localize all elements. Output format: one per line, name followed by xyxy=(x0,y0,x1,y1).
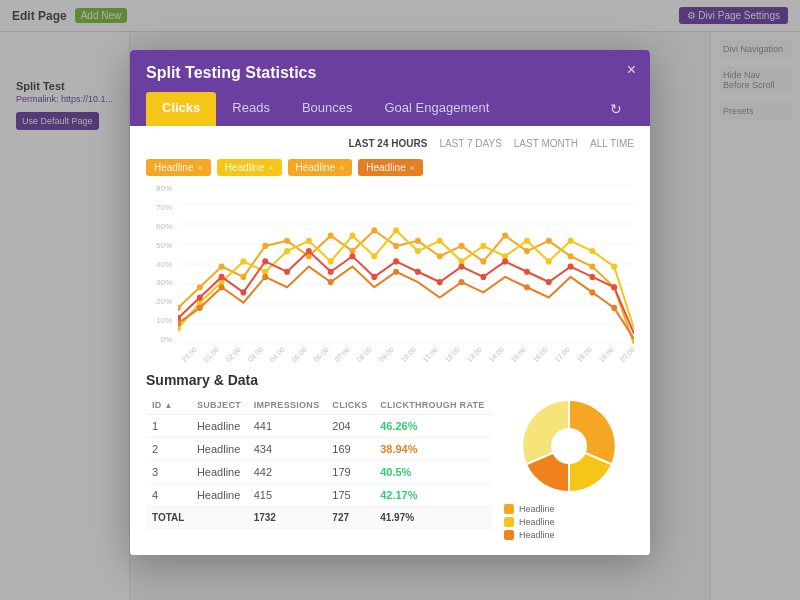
legend-item-2: Headline xyxy=(504,517,634,527)
tab-reads[interactable]: Reads xyxy=(216,92,286,126)
svg-point-49 xyxy=(589,248,595,254)
summary-layout: ID ▲ SUBJECT IMPRESSIONS CLICKS CLICKTHR… xyxy=(146,396,634,543)
cell-clicks-3: 179 xyxy=(326,461,374,484)
line-chart: 80% 70% 60% 50% 40% 30% 20% 10% 0% xyxy=(146,184,634,364)
legend-dot-1 xyxy=(504,504,514,514)
ctr-value-1: 46.26% xyxy=(380,420,417,432)
svg-point-26 xyxy=(546,238,552,244)
svg-point-21 xyxy=(437,253,443,259)
x-label-14: 14:00 xyxy=(487,345,504,362)
x-label-6: 06:00 xyxy=(312,345,329,362)
svg-point-19 xyxy=(393,243,399,249)
summary-table: ID ▲ SUBJECT IMPRESSIONS CLICKS CLICKTHR… xyxy=(146,396,492,529)
svg-point-12 xyxy=(240,274,246,280)
svg-point-46 xyxy=(524,238,530,244)
tab-goal-engagement[interactable]: Goal Engagement xyxy=(368,92,505,126)
table-row: 4 Headline 415 175 42.17% xyxy=(146,484,492,507)
svg-point-50 xyxy=(611,263,617,269)
svg-point-13 xyxy=(262,243,268,249)
svg-point-62 xyxy=(415,269,421,275)
col-clicks: CLICKS xyxy=(326,396,374,415)
svg-point-23 xyxy=(480,258,486,264)
chart-x-axis: 23:00 01:00 02:00 03:00 04:00 05:00 06:0… xyxy=(178,346,634,364)
filter-tag-2[interactable]: Headline × xyxy=(217,159,282,176)
cell-subject-1: Headline xyxy=(191,415,248,438)
filter-tag-4[interactable]: Headline × xyxy=(358,159,423,176)
pie-legend: Headline Headline Headline xyxy=(504,504,634,543)
table-row: 2 Headline 434 169 38.94% xyxy=(146,438,492,461)
col-id[interactable]: ID ▲ xyxy=(146,396,191,415)
x-label-10: 10:00 xyxy=(400,345,417,362)
x-label-2: 02:00 xyxy=(224,345,241,362)
svg-point-69 xyxy=(568,263,574,269)
time-last-7d[interactable]: LAST 7 DAYS xyxy=(439,138,501,149)
legend-label-2: Headline xyxy=(519,517,555,527)
x-label-15: 15:00 xyxy=(509,345,526,362)
svg-point-41 xyxy=(415,248,421,254)
x-label-19: 19:00 xyxy=(597,345,614,362)
svg-point-27 xyxy=(568,253,574,259)
filter-tag-4-remove[interactable]: × xyxy=(410,163,415,173)
chart-canvas xyxy=(178,184,634,344)
cell-clicks-2: 169 xyxy=(326,438,374,461)
x-label-3: 03:00 xyxy=(246,345,263,362)
refresh-button[interactable]: ↻ xyxy=(598,93,634,125)
svg-point-35 xyxy=(284,248,290,254)
time-range-selector: LAST 24 HOURS LAST 7 DAYS LAST MONTH ALL… xyxy=(146,138,634,149)
cell-clicks-4: 175 xyxy=(326,484,374,507)
svg-point-57 xyxy=(306,248,312,254)
modal-close-button[interactable]: × xyxy=(627,62,636,78)
modal-title: Split Testing Statistics xyxy=(146,64,634,82)
cell-subject-2: Headline xyxy=(191,438,248,461)
modal-header: Split Testing Statistics × Clicks Reads … xyxy=(130,50,650,126)
cell-impressions-3: 442 xyxy=(248,461,327,484)
svg-point-80 xyxy=(589,289,595,295)
x-label-13: 13:00 xyxy=(466,345,483,362)
cell-subject-3: Headline xyxy=(191,461,248,484)
total-label: TOTAL xyxy=(146,507,191,529)
cell-id-3: 3 xyxy=(146,461,191,484)
tab-bounces[interactable]: Bounces xyxy=(286,92,369,126)
filter-tag-3[interactable]: Headline × xyxy=(288,159,353,176)
table-total-row: TOTAL 1732 727 41.97% xyxy=(146,507,492,529)
svg-point-78 xyxy=(459,279,465,285)
x-label-12: 12:00 xyxy=(444,345,461,362)
x-label-4: 04:00 xyxy=(268,345,285,362)
x-label-7: 07:00 xyxy=(334,345,351,362)
x-label-18: 18:00 xyxy=(575,345,592,362)
col-ctr: CLICKTHROUGH RATE xyxy=(374,396,492,415)
legend-dot-3 xyxy=(504,530,514,540)
svg-point-37 xyxy=(328,258,334,264)
svg-point-59 xyxy=(349,253,355,259)
cell-id-4: 4 xyxy=(146,484,191,507)
filter-tag-1[interactable]: Headline × xyxy=(146,159,211,176)
y-label-50: 50% xyxy=(156,241,172,250)
ctr-value-4: 42.17% xyxy=(380,489,417,501)
svg-point-66 xyxy=(502,258,508,264)
svg-point-79 xyxy=(524,284,530,290)
filter-tag-3-remove[interactable]: × xyxy=(339,163,344,173)
split-testing-modal: Split Testing Statistics × Clicks Reads … xyxy=(130,50,650,555)
filter-tag-1-remove[interactable]: × xyxy=(197,163,202,173)
table-row: 3 Headline 442 179 40.5% xyxy=(146,461,492,484)
time-last-month[interactable]: LAST MONTH xyxy=(514,138,578,149)
x-label-5: 05:00 xyxy=(290,345,307,362)
cell-impressions-1: 441 xyxy=(248,415,327,438)
sort-icon-id: ▲ xyxy=(164,401,172,410)
svg-point-58 xyxy=(328,269,334,275)
pie-chart-wrap: Headline Headline Headline xyxy=(504,396,634,543)
cell-ctr-2: 38.94% xyxy=(374,438,492,461)
svg-point-67 xyxy=(524,269,530,275)
filter-tag-2-remove[interactable]: × xyxy=(268,163,273,173)
svg-point-54 xyxy=(240,289,246,295)
svg-point-10 xyxy=(197,284,203,290)
time-last-24h[interactable]: LAST 24 HOURS xyxy=(348,138,427,149)
x-label-0: 23:00 xyxy=(181,345,198,362)
cell-ctr-3: 40.5% xyxy=(374,461,492,484)
y-label-30: 30% xyxy=(156,278,172,287)
tab-clicks[interactable]: Clicks xyxy=(146,92,216,126)
legend-item-1: Headline xyxy=(504,504,634,514)
time-all-time[interactable]: ALL TIME xyxy=(590,138,634,149)
modal-body: LAST 24 HOURS LAST 7 DAYS LAST MONTH ALL… xyxy=(130,126,650,555)
svg-point-71 xyxy=(611,284,617,290)
